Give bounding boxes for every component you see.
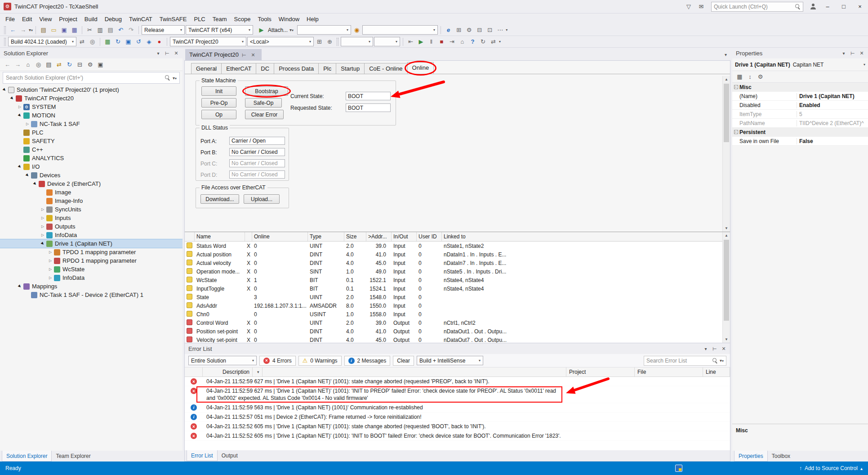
- free-run-icon[interactable]: [155, 37, 164, 46]
- expand-twisty-icon[interactable]: [32, 182, 38, 186]
- toolbar-grip[interactable]: [337, 38, 338, 46]
- column-header-size[interactable]: Size: [344, 232, 366, 241]
- category-expander-icon[interactable]: [734, 130, 738, 134]
- download-button[interactable]: Download...: [200, 194, 239, 204]
- pin-icon[interactable]: [242, 51, 248, 58]
- tree-item[interactable]: RPDO 1 mapping parameter: [0, 256, 183, 265]
- menu-item[interactable]: PLC: [190, 13, 209, 24]
- expand-twisty-icon[interactable]: [40, 233, 45, 237]
- column-header-inout[interactable]: In/Out: [392, 232, 417, 241]
- solution-explorer-header[interactable]: Solution Explorer: [0, 48, 183, 58]
- tree-item[interactable]: ANALYTICS: [0, 154, 183, 162]
- variable-row[interactable]: Control Word X 0 UINT 2.0 39.0 Output 0 …: [185, 318, 730, 327]
- nc-play-icon[interactable]: [416, 37, 426, 46]
- tree-item[interactable]: InfoData: [0, 231, 183, 239]
- expand-twisty-icon[interactable]: [40, 224, 45, 229]
- preop-button[interactable]: Pre-Op: [201, 98, 236, 108]
- web-browser-icon[interactable]: [444, 25, 453, 35]
- error-list-header[interactable]: Error List: [185, 343, 730, 354]
- solution-explorer-toggle-icon[interactable]: [454, 25, 463, 35]
- se-sync-icon[interactable]: [54, 60, 64, 69]
- variable-row[interactable]: WcState X 1 BIT 0.1 1522.1 Input 0 nStat…: [185, 276, 730, 284]
- cut-icon[interactable]: [85, 25, 94, 35]
- pin-icon[interactable]: [710, 344, 719, 353]
- prop-alpha-icon[interactable]: [745, 72, 755, 81]
- minimize-button[interactable]: –: [819, 0, 836, 13]
- column-header-online[interactable]: Online: [252, 232, 308, 241]
- property-value[interactable]: False: [797, 138, 868, 144]
- close-icon[interactable]: [857, 49, 866, 58]
- error-list-row[interactable]: 04-Jan-21 11:52:59 563 ms | 'Drive 1 (Ca…: [185, 403, 730, 412]
- device-subtab[interactable]: Process Data: [274, 63, 319, 74]
- port-c-field[interactable]: No Carrier / Closed: [229, 159, 285, 167]
- startup-object-combo[interactable]: ▾: [362, 25, 438, 35]
- activate-configuration-icon[interactable]: [103, 37, 112, 46]
- error-search-box[interactable]: ▾: [644, 356, 726, 366]
- save-icon[interactable]: [59, 25, 69, 35]
- expand-twisty-icon[interactable]: [40, 216, 45, 220]
- prop-categorized-icon[interactable]: [735, 72, 744, 81]
- menu-item[interactable]: Project: [55, 13, 80, 24]
- attach-button[interactable]: Attach... ▾: [254, 25, 296, 35]
- property-row[interactable]: PathName TIID^Device 2 (EtherCAT)^: [732, 119, 868, 128]
- nc-help-icon[interactable]: [468, 37, 477, 46]
- undo-icon[interactable]: [116, 25, 125, 35]
- clear-button[interactable]: Clear: [393, 356, 414, 366]
- column-header-project[interactable]: Project: [566, 367, 635, 376]
- device-subtab[interactable]: General: [191, 63, 222, 74]
- expand-twisty-icon[interactable]: [25, 122, 30, 126]
- expand-twisty-icon[interactable]: [48, 267, 53, 271]
- property-row[interactable]: Persistent: [732, 128, 868, 137]
- tree-item[interactable]: NC-Task 1 SAF: [0, 120, 183, 128]
- nc-home-icon[interactable]: [458, 37, 467, 46]
- expand-twisty-icon[interactable]: [40, 207, 45, 211]
- solution-search-box[interactable]: ▾: [3, 72, 180, 84]
- tree-item[interactable]: InfoData: [0, 273, 183, 282]
- tree-item[interactable]: I/O: [0, 162, 183, 171]
- scroll-down-icon[interactable]: ▼: [723, 225, 730, 232]
- redo-icon[interactable]: [126, 25, 136, 35]
- refresh-loop-icon[interactable]: [489, 37, 498, 46]
- nc-channel-combo[interactable]: ▾: [374, 37, 400, 46]
- tree-item[interactable]: Image: [0, 188, 183, 197]
- variable-row[interactable]: Actual velocity X 0 DINT 4.0 45.0 Input …: [185, 259, 730, 267]
- device-subtab[interactable]: DC: [256, 63, 274, 74]
- scroll-up-icon[interactable]: ▲: [723, 76, 730, 83]
- chevron-down-icon[interactable]: ▾: [29, 27, 33, 32]
- security-icon[interactable]: [325, 37, 334, 46]
- toolbar-grip[interactable]: [4, 38, 6, 46]
- op-button[interactable]: Op: [201, 110, 236, 119]
- variable-row[interactable]: Velocity set-point X 0 DINT 4.0 45.0 Out…: [185, 336, 730, 343]
- notification-icon[interactable]: [682, 0, 695, 13]
- column-header-name[interactable]: Name: [195, 232, 245, 241]
- expand-twisty-icon[interactable]: [48, 259, 53, 263]
- error-search-input[interactable]: [646, 358, 711, 364]
- panel-tab[interactable]: Solution Explorer: [2, 451, 52, 462]
- open-documents-chevron-icon[interactable]: [725, 51, 727, 58]
- property-row[interactable]: (Name) Drive 1 (Capitan NET): [732, 92, 868, 101]
- category-expander-icon[interactable]: [734, 85, 738, 89]
- chevron-down-icon[interactable]: ▾: [173, 76, 177, 81]
- column-header-userid[interactable]: User ID: [417, 232, 442, 241]
- choose-target-system-icon[interactable]: [88, 37, 97, 46]
- variable-row[interactable]: Chn0 0 USINT 1.0 1558.0 Input 0: [185, 310, 730, 318]
- tree-item[interactable]: Mappings: [0, 282, 183, 291]
- safeop-button[interactable]: Safe-Op: [245, 98, 282, 108]
- reload-devices-icon[interactable]: [134, 37, 143, 46]
- chevron-down-icon[interactable]: ▾: [720, 358, 724, 363]
- tree-item[interactable]: Drive 1 (Capitan NET): [0, 239, 183, 248]
- variable-row[interactable]: Actual position X 0 DINT 4.0 41.0 Input …: [185, 250, 730, 259]
- send-feedback-icon[interactable]: [695, 0, 708, 13]
- warnings-filter-button[interactable]: ⚠ 0 Warnings: [298, 356, 342, 366]
- tree-item[interactable]: TwinCAT Project20: [0, 94, 183, 103]
- panel-tab[interactable]: Toolbox: [768, 451, 794, 462]
- variable-row[interactable]: State 3 UINT 2.0 1548.0 Input 0: [185, 293, 730, 301]
- quick-launch-box[interactable]: [711, 2, 803, 12]
- solution-configuration-combo[interactable]: Release▾: [142, 25, 185, 35]
- device-subtab[interactable]: Plc: [318, 63, 336, 74]
- tree-item[interactable]: Devices: [0, 171, 183, 179]
- device-subtab[interactable]: Startup: [336, 63, 365, 74]
- error-list-row[interactable]: 04-Jan-21 11:52:57 051 ms | Device 2 (Et…: [185, 412, 730, 422]
- se-refresh-icon[interactable]: [65, 60, 74, 69]
- scroll-thumb[interactable]: [724, 84, 729, 142]
